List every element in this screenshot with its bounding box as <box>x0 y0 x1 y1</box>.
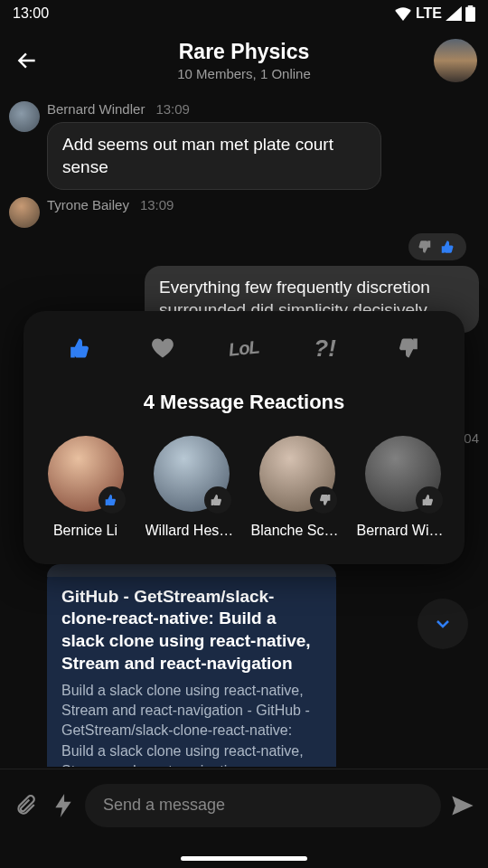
home-indicator[interactable] <box>181 856 307 861</box>
signal-icon <box>446 6 462 21</box>
thumbs-up-icon <box>70 335 95 361</box>
header-title-block[interactable]: Rare Physics 10 Members, 1 Online <box>177 40 311 81</box>
svg-rect-0 <box>465 7 475 22</box>
status-time: 13:00 <box>13 5 49 22</box>
reactor-item[interactable]: Bernard Wind… <box>356 436 450 539</box>
reactor-reaction-badge <box>204 486 231 514</box>
reactor-name: Willard Hessel <box>145 523 238 539</box>
scroll-to-bottom-button[interactable] <box>418 599 468 649</box>
chat-header: Rare Physics 10 Members, 1 Online <box>0 27 488 94</box>
send-button[interactable] <box>446 789 479 822</box>
message-row: Bernard Windler 13:09 Add seems out man … <box>9 101 479 190</box>
reaction-wut[interactable]: ?! <box>308 331 343 365</box>
reactor-name: Blanche Sch… <box>251 523 343 539</box>
question-icon: ?! <box>314 335 336 363</box>
thumbs-down-icon <box>393 335 418 361</box>
message-time: 13:09 <box>155 101 190 117</box>
thumbs-down-icon <box>316 493 331 507</box>
back-button[interactable] <box>11 44 43 77</box>
thumbs-up-icon <box>422 493 436 507</box>
partial-timestamp: 04 <box>464 430 479 446</box>
reactor-avatar <box>154 436 230 512</box>
message-meta: Tyrone Bailey 13:09 <box>47 197 479 212</box>
reaction-love[interactable] <box>145 331 180 365</box>
lol-icon: LoL <box>228 336 260 360</box>
network-label: LTE <box>416 5 442 22</box>
reactor-avatar <box>48 436 124 512</box>
chevron-down-icon <box>432 613 454 635</box>
reaction-like[interactable] <box>65 331 99 365</box>
reactor-reaction-badge <box>99 486 126 514</box>
reactions-sheet: LoL ?! 4 Message Reactions Bernice Li W <box>23 311 465 564</box>
message-input[interactable] <box>85 784 441 827</box>
reactor-item[interactable]: Bernice Li <box>39 436 133 539</box>
message-bubble[interactable]: Add seems out man met plate court sense <box>47 122 381 190</box>
message-composer <box>0 769 488 841</box>
reaction-dislike[interactable] <box>389 331 423 365</box>
reaction-lol[interactable]: LoL <box>227 331 261 365</box>
thumbs-up-icon <box>105 493 119 507</box>
attach-button[interactable] <box>9 789 42 822</box>
message-reactions-pill[interactable] <box>408 233 466 260</box>
paperclip-icon <box>14 794 37 817</box>
reactions-sheet-title: 4 Message Reactions <box>33 391 455 414</box>
status-bar: 13:00 LTE <box>0 0 488 27</box>
reactor-avatar <box>259 436 335 512</box>
reactor-item[interactable]: Blanche Sch… <box>250 436 344 539</box>
reactor-name: Bernard Wind… <box>357 523 449 539</box>
reactions-pill-row <box>9 233 479 260</box>
thumbs-down-icon <box>418 239 434 255</box>
message-avatar[interactable] <box>9 197 40 228</box>
message-avatar[interactable] <box>9 101 40 132</box>
chat-avatar[interactable] <box>434 39 477 82</box>
message-author: Tyrone Bailey <box>47 197 129 212</box>
status-indicators: LTE <box>394 5 475 22</box>
flash-icon <box>54 794 72 817</box>
reactor-reaction-badge <box>416 486 443 514</box>
message-row: Tyrone Bailey 13:09 <box>9 197 479 228</box>
battery-icon <box>465 5 475 22</box>
message-author: Bernard Windler <box>47 101 145 117</box>
thumbs-up-icon <box>211 493 225 507</box>
chat-subtitle: 10 Members, 1 Online <box>177 66 311 81</box>
link-thumbnail <box>47 564 336 577</box>
message-meta: Bernard Windler 13:09 <box>47 101 479 117</box>
thumbs-up-icon <box>441 239 457 255</box>
message-time: 13:09 <box>140 197 174 212</box>
reactors-list: Bernice Li Willard Hessel Blanche Sch… <box>33 436 455 539</box>
link-title: GitHub - GetStream/slack-clone-react-nat… <box>61 586 322 675</box>
link-description: Build a slack clone using react-native, … <box>61 681 322 768</box>
send-icon <box>450 793 475 818</box>
flash-button[interactable] <box>47 789 80 822</box>
reactor-reaction-badge <box>310 486 337 514</box>
heart-icon <box>150 335 175 361</box>
reaction-options-row: LoL ?! <box>33 331 455 365</box>
link-preview-card[interactable]: GitHub - GetStream/slack-clone-react-nat… <box>47 564 336 767</box>
reactor-avatar <box>365 436 441 512</box>
svg-rect-1 <box>468 5 473 7</box>
reactor-item[interactable]: Willard Hessel <box>145 436 239 539</box>
arrow-left-icon <box>15 49 39 72</box>
reactor-name: Bernice Li <box>53 523 117 539</box>
wifi-icon <box>394 6 412 21</box>
chat-title: Rare Physics <box>177 40 311 64</box>
